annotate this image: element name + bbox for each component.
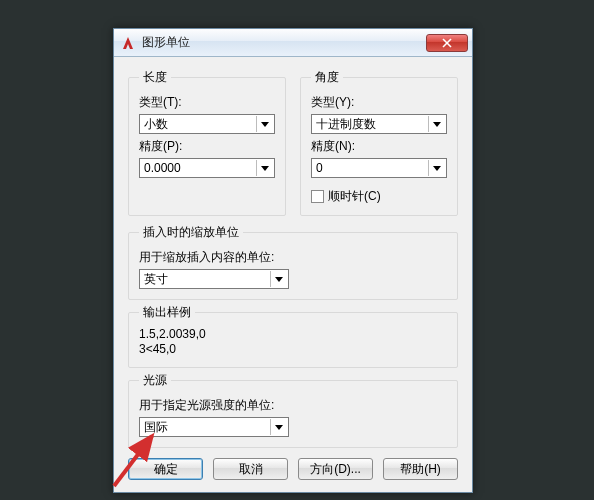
lighting-desc: 用于指定光源强度的单位: — [139, 397, 447, 414]
autocad-icon — [120, 35, 136, 51]
angle-type-value: 十进制度数 — [316, 116, 376, 133]
lighting-legend: 光源 — [139, 372, 171, 389]
insert-scale-value: 英寸 — [144, 271, 168, 288]
angle-precision-value: 0 — [316, 161, 323, 175]
angle-precision-select[interactable]: 0 — [311, 158, 447, 178]
lighting-value: 国际 — [144, 419, 168, 436]
insert-scale-group: 插入时的缩放单位 用于缩放插入内容的单位: 英寸 — [128, 224, 458, 300]
lighting-select[interactable]: 国际 — [139, 417, 289, 437]
angle-legend: 角度 — [311, 69, 343, 86]
chevron-down-icon — [428, 116, 444, 132]
length-type-label: 类型(T): — [139, 94, 275, 111]
length-precision-value: 0.0000 — [144, 161, 181, 175]
lighting-group: 光源 用于指定光源强度的单位: 国际 — [128, 372, 458, 448]
clockwise-row: 顺时针(C) — [311, 188, 447, 205]
sample-legend: 输出样例 — [139, 304, 195, 321]
chevron-down-icon — [256, 116, 272, 132]
length-precision-select[interactable]: 0.0000 — [139, 158, 275, 178]
clockwise-label: 顺时针(C) — [328, 188, 381, 205]
sample-group: 输出样例 1.5,2.0039,0 3<45,0 — [128, 304, 458, 368]
svg-marker-0 — [123, 37, 133, 49]
length-legend: 长度 — [139, 69, 171, 86]
chevron-down-icon — [256, 160, 272, 176]
angle-type-select[interactable]: 十进制度数 — [311, 114, 447, 134]
dialog-content: 长度 类型(T): 小数 精度(P): 0.0000 角度 类型(Y): 十进制… — [114, 57, 472, 492]
insert-scale-select[interactable]: 英寸 — [139, 269, 289, 289]
close-icon — [442, 38, 452, 48]
length-type-select[interactable]: 小数 — [139, 114, 275, 134]
length-type-value: 小数 — [144, 116, 168, 133]
dialog-title: 图形单位 — [142, 34, 190, 51]
ok-button[interactable]: 确定 — [128, 458, 203, 480]
angle-type-label: 类型(Y): — [311, 94, 447, 111]
angle-precision-label: 精度(N): — [311, 138, 447, 155]
length-group: 长度 类型(T): 小数 精度(P): 0.0000 — [128, 69, 286, 216]
close-button[interactable] — [426, 34, 468, 52]
cancel-label: 取消 — [239, 461, 263, 478]
ok-label: 确定 — [154, 461, 178, 478]
units-dialog: 图形单位 长度 类型(T): 小数 精度(P): 0.0000 — [113, 28, 473, 493]
chevron-down-icon — [270, 419, 286, 435]
angle-group: 角度 类型(Y): 十进制度数 精度(N): 0 顺时针(C) — [300, 69, 458, 216]
sample-output: 1.5,2.0039,0 3<45,0 — [139, 327, 447, 357]
direction-label: 方向(D)... — [310, 461, 361, 478]
insert-scale-legend: 插入时的缩放单位 — [139, 224, 243, 241]
help-label: 帮助(H) — [400, 461, 441, 478]
length-precision-label: 精度(P): — [139, 138, 275, 155]
insert-scale-desc: 用于缩放插入内容的单位: — [139, 249, 447, 266]
direction-button[interactable]: 方向(D)... — [298, 458, 373, 480]
chevron-down-icon — [270, 271, 286, 287]
help-button[interactable]: 帮助(H) — [383, 458, 458, 480]
clockwise-checkbox[interactable] — [311, 190, 324, 203]
titlebar[interactable]: 图形单位 — [114, 29, 472, 57]
cancel-button[interactable]: 取消 — [213, 458, 288, 480]
button-row: 确定 取消 方向(D)... 帮助(H) — [128, 458, 458, 480]
chevron-down-icon — [428, 160, 444, 176]
